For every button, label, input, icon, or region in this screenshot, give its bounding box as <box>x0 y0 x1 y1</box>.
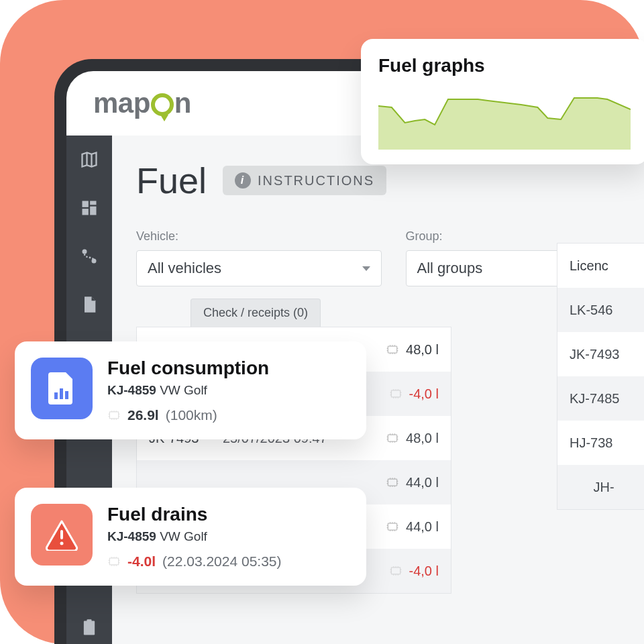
svg-rect-3 <box>83 209 89 215</box>
svg-rect-17 <box>109 412 118 419</box>
mapon-logo: map n <box>93 87 191 119</box>
chip-icon <box>386 343 399 356</box>
logo-text-post: n <box>174 87 191 119</box>
background: map n <box>0 0 644 644</box>
chip-icon <box>386 476 399 488</box>
fuel-consumption-vehicle: KJ-4859 VW Golf <box>107 383 269 398</box>
logo-text-pre: map <box>93 87 150 119</box>
dashboard-icon[interactable] <box>80 199 99 217</box>
table-row: JH- <box>557 465 644 509</box>
svg-rect-9 <box>391 390 400 397</box>
fuel-consumption-card: Fuel consumption KJ-4859 VW Golf 26.9l (… <box>15 341 366 439</box>
fuel-consumption-metric: 26.9l (100km) <box>107 407 269 423</box>
page-title: Fuel <box>136 160 207 201</box>
svg-point-4 <box>83 250 87 254</box>
fuel-graphs-card: Fuel graphs <box>361 39 644 164</box>
fuel-drains-metric: -4.0l (22.03.2024 05:35) <box>107 553 282 570</box>
table-row: JK-7493 <box>557 332 644 376</box>
svg-rect-13 <box>391 568 400 574</box>
svg-rect-1 <box>90 201 96 205</box>
page-header: Fuel i INSTRUCTIONS <box>136 160 644 201</box>
group-select-value: All groups <box>417 260 483 277</box>
svg-rect-18 <box>60 530 63 539</box>
table-row: HJ-738 <box>557 421 644 465</box>
chevron-down-icon <box>362 266 370 271</box>
clipboard-icon[interactable] <box>80 619 99 637</box>
fuel-graphs-title: Fuel graphs <box>378 55 631 76</box>
instructions-label: INSTRUCTIONS <box>258 173 374 189</box>
fuel-drains-vehicle: KJ-4859 VW Golf <box>107 529 282 544</box>
svg-rect-14 <box>54 392 58 399</box>
map-icon[interactable] <box>80 150 99 169</box>
tab-checks[interactable]: Check / receipts (0) <box>191 299 321 327</box>
licence-table: Licenc LK-546 JK-7493 KJ-7485 HJ-738 JH- <box>557 243 644 510</box>
svg-rect-12 <box>388 523 396 530</box>
svg-rect-15 <box>60 388 63 399</box>
svg-rect-2 <box>90 207 96 215</box>
svg-rect-11 <box>388 479 396 486</box>
svg-rect-7 <box>87 619 92 623</box>
fuel-consumption-title: Fuel consumption <box>107 358 269 379</box>
chip-icon <box>107 555 121 568</box>
chip-icon <box>389 565 402 577</box>
svg-rect-20 <box>109 558 118 565</box>
table-row: LK-546 <box>557 288 644 332</box>
instructions-button[interactable]: i INSTRUCTIONS <box>223 166 386 195</box>
chip-icon <box>389 388 402 400</box>
logo-o-icon <box>151 93 174 116</box>
svg-point-19 <box>60 542 64 545</box>
chip-icon <box>386 521 399 533</box>
svg-rect-16 <box>65 391 68 399</box>
fuel-drains-title: Fuel drains <box>107 504 282 525</box>
report-icon <box>31 358 93 419</box>
vehicle-filter-label: Vehicle: <box>136 229 382 244</box>
alert-icon <box>31 504 93 566</box>
card-body: Fuel drains KJ-4859 VW Golf -4.0l (22.03… <box>107 504 282 570</box>
card-body: Fuel consumption KJ-4859 VW Golf 26.9l (… <box>107 358 269 423</box>
chip-icon <box>107 409 121 421</box>
svg-rect-8 <box>388 346 396 353</box>
table-header: Licenc <box>557 244 644 288</box>
vehicle-select-value: All vehicles <box>148 260 221 277</box>
svg-rect-0 <box>83 201 89 207</box>
file-icon[interactable] <box>80 295 99 314</box>
table-row: KJ-7485 <box>557 376 644 421</box>
vehicle-select[interactable]: All vehicles <box>136 250 382 286</box>
svg-rect-6 <box>84 621 95 635</box>
chip-icon <box>386 432 399 444</box>
group-filter-label: Group: <box>406 229 645 244</box>
fuel-drains-card: Fuel drains KJ-4859 VW Golf -4.0l (22.03… <box>15 488 366 586</box>
route-icon[interactable] <box>80 247 99 266</box>
vehicle-filter: Vehicle: All vehicles <box>136 229 382 286</box>
svg-rect-10 <box>388 435 396 441</box>
fuel-graph-chart <box>378 86 631 150</box>
info-icon: i <box>235 172 251 189</box>
